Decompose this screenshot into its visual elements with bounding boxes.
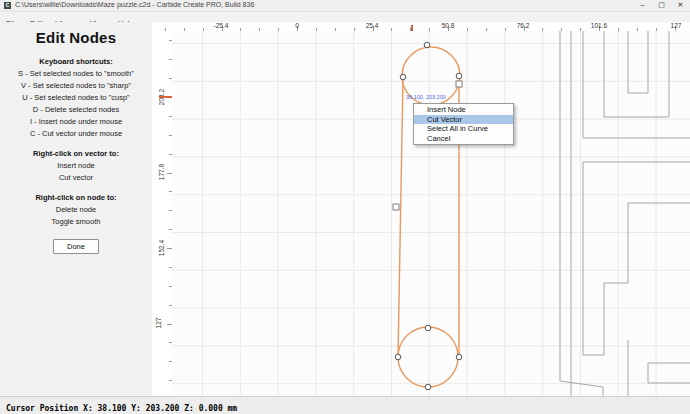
node-handle-circle xyxy=(425,384,431,390)
ruler-label: 127 xyxy=(155,318,162,329)
section-heading: Right-click on node to: xyxy=(0,193,152,202)
ruler-label: 101.6 xyxy=(591,22,607,29)
window-controls: –▢✕ xyxy=(633,0,690,11)
cursor-position-readout: Cursor Position X: 38.100 Y: 203.200 Z: … xyxy=(6,404,237,413)
node-handle-square xyxy=(393,204,399,210)
context-menu: Insert NodeCut VectorSelect All in Curve… xyxy=(413,103,514,145)
panel-sections: Keyboard shortcuts:S - Set selected node… xyxy=(0,57,152,226)
status-bar: Cursor Position X: 38.100 Y: 203.200 Z: … xyxy=(0,396,690,414)
section-heading: Keyboard shortcuts: xyxy=(0,57,152,66)
selected-vector-line xyxy=(398,78,403,357)
maze-vector-path xyxy=(583,31,690,138)
node-handle-circle xyxy=(456,73,462,79)
maximize-button[interactable]: ▢ xyxy=(652,0,671,11)
shortcut-line: V - Set selected nodes to "sharp" xyxy=(0,81,152,90)
ruler-vertical: 203.2177.8152.4127 xyxy=(152,31,173,396)
maze-vector-path xyxy=(648,363,690,383)
shortcut-line: I - Insert node under mouse xyxy=(0,117,152,126)
application-window: C C:\Users\willie\Downloads\Maze puzzle.… xyxy=(0,0,690,414)
cursor-marker-y xyxy=(159,96,172,98)
section-heading: Right-click on vector to: xyxy=(0,149,152,158)
selected-vector-circle xyxy=(398,327,458,387)
design-canvas[interactable]: 38.100, 203.200 xyxy=(172,31,690,396)
ruler-label: 127 xyxy=(671,22,682,29)
edit-nodes-panel: Edit Nodes Keyboard shortcuts:S - Set se… xyxy=(0,22,153,396)
ruler-label: 76.2 xyxy=(517,22,530,29)
maze-vector-path xyxy=(604,31,669,117)
menu-bar: FileEditLibraryViewHelp xyxy=(0,12,690,22)
shortcut-line: U - Set selected nodes to "cusp" xyxy=(0,93,152,102)
ruler-label: 25.4 xyxy=(366,22,379,29)
node-handle-circle xyxy=(456,354,462,360)
shortcut-line: S - Set selected nodes to "smooth" xyxy=(0,69,152,78)
shortcut-line: Toggle smooth xyxy=(0,217,152,226)
node-handle-circle xyxy=(424,42,430,48)
context-menu-item-cancel[interactable]: Cancel xyxy=(414,134,513,144)
context-menu-item-select-all-in-curve[interactable]: Select All in Curve xyxy=(414,124,513,134)
node-handle-square xyxy=(456,81,462,87)
ruler-label: -25.4 xyxy=(214,22,229,29)
vector-drawing xyxy=(172,31,690,396)
title-bar[interactable]: C C:\Users\willie\Downloads\Maze puzzle.… xyxy=(0,0,690,12)
shortcut-line: Delete node xyxy=(0,205,152,214)
node-coordinate-label: 38.100, 203.200 xyxy=(406,94,446,100)
shortcut-line: Insert node xyxy=(0,161,152,170)
maze-vector-path xyxy=(583,162,690,355)
ruler-label: 177.8 xyxy=(158,164,165,180)
shortcut-line: D - Delete selected nodes xyxy=(0,105,152,114)
minimize-button[interactable]: – xyxy=(633,0,652,11)
shortcut-line: Cut vector xyxy=(0,173,152,182)
shortcut-line: C - Cut vector under mouse xyxy=(0,129,152,138)
done-button[interactable]: Done xyxy=(53,239,99,254)
ruler-label: 152.4 xyxy=(158,240,165,256)
ruler-label: 50.8 xyxy=(442,22,455,29)
node-handle-circle xyxy=(400,74,406,80)
node-handle-circle xyxy=(395,354,401,360)
node-handle-circle xyxy=(425,325,431,331)
app-icon: C xyxy=(4,2,11,9)
window-title: C:\Users\willie\Downloads\Maze puzzle.c2… xyxy=(15,1,254,8)
ruler-label: 0 xyxy=(295,22,299,29)
close-button[interactable]: ✕ xyxy=(671,0,690,11)
maze-vector-path xyxy=(560,31,603,396)
page-title: Edit Nodes xyxy=(0,29,152,46)
maze-vector-path xyxy=(628,31,648,93)
context-menu-item-cut-vector[interactable]: Cut Vector xyxy=(414,115,513,125)
context-menu-item-insert-node[interactable]: Insert Node xyxy=(414,105,513,115)
